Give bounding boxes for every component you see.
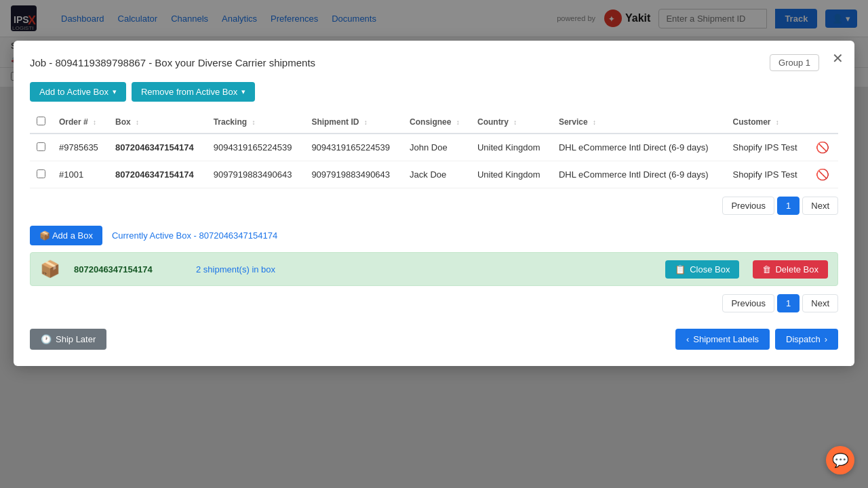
action-buttons: Add to Active Box ▾ Remove from Active B… [30, 82, 838, 87]
modal-overlay: Job - 8094119389798867 - Box your Divers… [0, 0, 868, 87]
remove-from-active-box-button[interactable]: Remove from Active Box ▾ [132, 82, 255, 87]
add-to-active-box-button[interactable]: Add to Active Box ▾ [30, 82, 126, 87]
remove-box-label: Remove from Active Box [141, 87, 237, 87]
modal-title: Job - 8094119389798867 - Box your Divers… [30, 57, 315, 68]
modal-close-button[interactable]: ✕ [832, 52, 844, 65]
add-box-label: Add to Active Box [39, 87, 108, 87]
group-badge: Group 1 [770, 54, 819, 71]
modal-header: Job - 8094119389798867 - Box your Divers… [30, 54, 838, 71]
job-modal: Job - 8094119389798867 - Box your Divers… [14, 41, 854, 87]
